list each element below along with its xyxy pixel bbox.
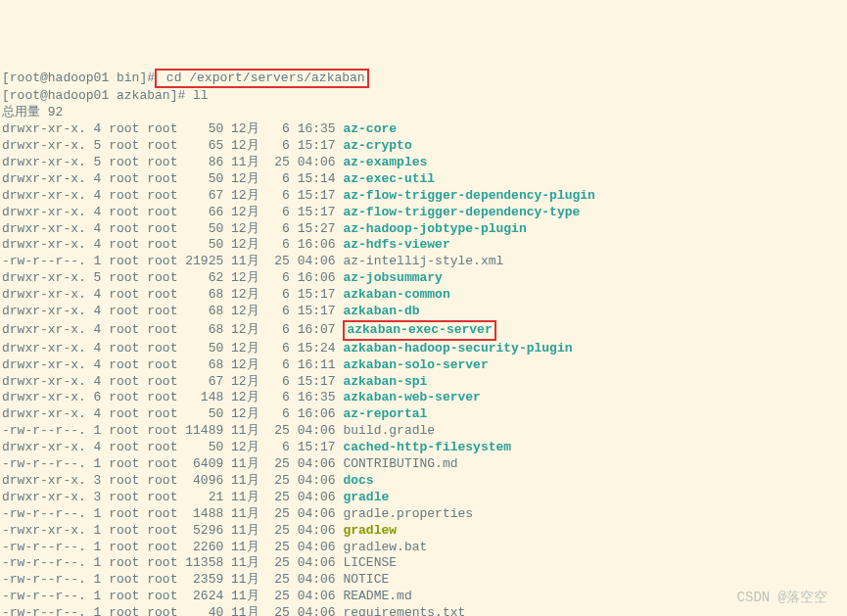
file-entry-row: drwxr-xr-x. 5 root root 65 12月 6 15:17 a… bbox=[2, 138, 412, 153]
file-entry-name: docs bbox=[343, 473, 373, 488]
file-entry-name: NOTICE bbox=[343, 572, 389, 587]
file-entry-name: azkaban-exec-server bbox=[347, 322, 492, 337]
shell-prompt[interactable]: [root@hadoop01 azkaban]# bbox=[2, 88, 185, 103]
file-entry-row: drwxr-xr-x. 4 root root 67 12月 6 15:17 a… bbox=[2, 374, 427, 389]
file-entry-name: gradle.properties bbox=[343, 506, 473, 521]
terminal-output: [root@hadoop01 bin]# cd /export/servers/… bbox=[2, 69, 845, 616]
file-entry-name: az-jobsummary bbox=[343, 270, 442, 285]
file-entry-name: gradle bbox=[343, 490, 389, 504]
file-entry-row: -rw-r--r--. 1 root root 11358 11月 25 04:… bbox=[2, 555, 397, 570]
file-entry-name: az-hadoop-jobtype-plugin bbox=[343, 221, 526, 236]
total-usage: 总用量 92 bbox=[2, 105, 63, 119]
file-entry-row: drwxr-xr-x. 4 root root 66 12月 6 15:17 a… bbox=[2, 205, 580, 219]
file-entry-row: drwxr-xr-x. 3 root root 21 11月 25 04:06 … bbox=[2, 490, 389, 504]
file-entry-row: drwxr-xr-x. 4 root root 68 12月 6 15:17 a… bbox=[2, 287, 450, 302]
file-entry-row: drwxr-xr-x. 4 root root 67 12月 6 15:17 a… bbox=[2, 188, 595, 203]
file-entry-name: cached-http-filesystem bbox=[343, 440, 511, 454]
file-entry-name: az-exec-util bbox=[343, 171, 435, 186]
file-entry-name: requirements.txt bbox=[343, 605, 465, 616]
file-entry-row: -rw-r--r--. 1 root root 6409 11月 25 04:0… bbox=[2, 456, 458, 471]
highlight-box-exec-server: azkaban-exec-server bbox=[343, 320, 495, 341]
file-entry-row: -rwxr-xr-x. 1 root root 5296 11月 25 04:0… bbox=[2, 523, 397, 538]
file-entry-row: drwxr-xr-x. 4 root root 50 12月 6 15:24 a… bbox=[2, 341, 573, 355]
file-entry-name: az-hdfs-viewer bbox=[343, 237, 449, 252]
file-entry-name: LICENSE bbox=[343, 555, 397, 570]
file-entry-name: az-reportal bbox=[343, 406, 427, 421]
command-text: ll bbox=[185, 88, 208, 103]
file-entry-name: az-flow-trigger-dependency-type bbox=[343, 205, 580, 219]
file-entry-row: -rw-r--r--. 1 root root 2359 11月 25 04:0… bbox=[2, 572, 389, 587]
file-entry-row: drwxr-xr-x. 3 root root 4096 11月 25 04:0… bbox=[2, 473, 374, 488]
file-entry-name: gradlew bbox=[343, 523, 397, 538]
file-entry-row: drwxr-xr-x. 4 root root 50 12月 6 15:14 a… bbox=[2, 171, 435, 186]
file-entry-row: -rw-r--r--. 1 root root 2260 11月 25 04:0… bbox=[2, 540, 427, 554]
file-entry-name: README.md bbox=[343, 589, 411, 603]
file-entry-row: drwxr-xr-x. 4 root root 50 12月 6 15:27 a… bbox=[2, 221, 527, 236]
file-entry-name: az-intellij-style.xml bbox=[343, 254, 503, 268]
file-entry-row: -rw-r--r--. 1 root root 11489 11月 25 04:… bbox=[2, 423, 435, 438]
file-entry-row: drwxr-xr-x. 4 root root 68 12月 6 16:07 a… bbox=[2, 322, 496, 337]
file-entry-name: azkaban-db bbox=[343, 304, 419, 318]
file-entry-row: drwxr-xr-x. 4 root root 50 12月 6 16:06 a… bbox=[2, 406, 427, 421]
file-entry-row: drwxr-xr-x. 5 root root 86 11月 25 04:06 … bbox=[2, 155, 427, 169]
file-entry-name: az-core bbox=[343, 121, 397, 136]
file-entry-name: azkaban-web-server bbox=[343, 390, 480, 404]
file-entry-name: az-examples bbox=[343, 155, 427, 169]
file-entry-name: azkaban-hadoop-security-plugin bbox=[343, 341, 572, 355]
file-entry-name: azkaban-common bbox=[343, 287, 449, 302]
file-entry-name: azkaban-spi bbox=[343, 374, 427, 389]
file-entry-name: azkaban-solo-server bbox=[343, 357, 488, 372]
file-entry-row: drwxr-xr-x. 4 root root 68 12月 6 15:17 a… bbox=[2, 304, 419, 318]
file-entry-row: drwxr-xr-x. 6 root root 148 12月 6 16:35 … bbox=[2, 390, 481, 404]
file-entry-name: az-flow-trigger-dependency-plugin bbox=[343, 188, 594, 203]
file-entry-row: drwxr-xr-x. 4 root root 50 12月 6 15:17 c… bbox=[2, 440, 511, 454]
file-entry-row: -rw-r--r--. 1 root root 21925 11月 25 04:… bbox=[2, 254, 503, 268]
file-entry-row: -rw-r--r--. 1 root root 1488 11月 25 04:0… bbox=[2, 506, 473, 521]
file-entry-name: gradlew.bat bbox=[343, 540, 427, 554]
file-entry-row: -rw-r--r--. 1 root root 40 11月 25 04:06 … bbox=[2, 605, 465, 616]
file-entry-row: drwxr-xr-x. 5 root root 62 12月 6 16:06 a… bbox=[2, 270, 443, 285]
highlight-box-cd-command: cd /export/servers/azkaban bbox=[155, 69, 369, 89]
command-text: cd /export/servers/azkaban bbox=[159, 71, 365, 85]
watermark: CSDN @落空空 bbox=[737, 589, 827, 606]
shell-prompt[interactable]: [root@hadoop01 bin]# bbox=[2, 71, 155, 85]
file-entry-row: drwxr-xr-x. 4 root root 50 12月 6 16:35 a… bbox=[2, 121, 397, 136]
file-entry-row: -rw-r--r--. 1 root root 2624 11月 25 04:0… bbox=[2, 589, 412, 603]
file-entry-row: drwxr-xr-x. 4 root root 50 12月 6 16:06 a… bbox=[2, 237, 450, 252]
file-entry-name: build.gradle bbox=[343, 423, 435, 438]
file-entry-name: CONTRIBUTING.md bbox=[343, 456, 457, 471]
file-entry-name: az-crypto bbox=[343, 138, 411, 153]
file-entry-row: drwxr-xr-x. 4 root root 68 12月 6 16:11 a… bbox=[2, 357, 489, 372]
